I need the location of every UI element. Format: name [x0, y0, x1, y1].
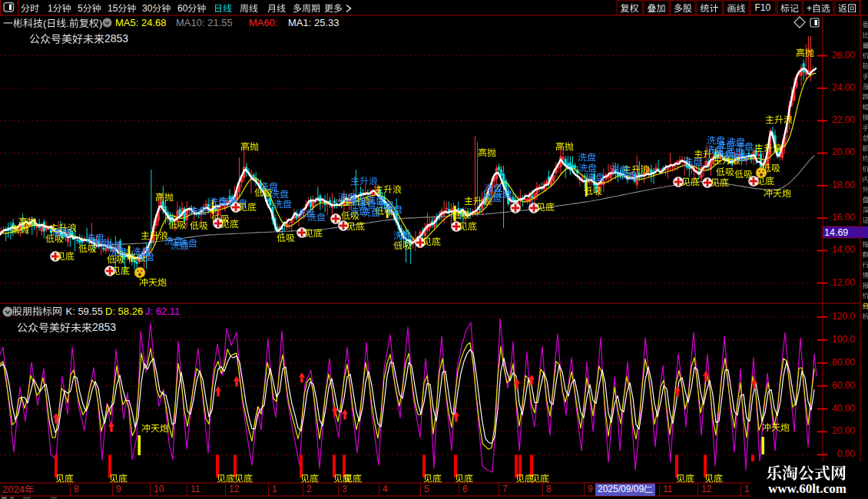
svg-text:11: 11: [190, 484, 200, 494]
svg-text:80.00: 80.00: [832, 357, 855, 368]
svg-text:2: 2: [306, 484, 312, 494]
svg-text:2853: 2853: [92, 321, 116, 333]
svg-text:F10: F10: [755, 2, 771, 13]
svg-text:2025/09/09/: 2025/09/09/: [598, 484, 647, 494]
svg-text:6: 6: [462, 484, 468, 494]
svg-text:+: +: [807, 3, 812, 14]
svg-text:15: 15: [108, 3, 118, 14]
svg-text:120.0: 120.0: [832, 311, 855, 322]
svg-text:20.00: 20.00: [832, 425, 855, 436]
svg-text:): ): [99, 18, 102, 29]
svg-text:7: 7: [502, 484, 508, 494]
svg-text:MA60:: MA60:: [249, 17, 278, 28]
svg-text:J: 62.11: J: 62.11: [145, 306, 180, 317]
svg-text:1: 1: [48, 3, 53, 14]
svg-text:1: 1: [744, 484, 750, 494]
svg-text:11: 11: [663, 484, 673, 494]
svg-text:5: 5: [78, 3, 83, 14]
svg-text:10: 10: [154, 484, 164, 494]
svg-text:(: (: [43, 18, 47, 29]
svg-text:12.00: 12.00: [832, 277, 855, 288]
svg-text:8: 8: [74, 484, 79, 494]
svg-text:MA5: 24.68: MA5: 24.68: [115, 17, 167, 28]
svg-text:9: 9: [116, 484, 121, 494]
svg-text:22.00: 22.00: [832, 114, 855, 125]
svg-text:14.00: 14.00: [832, 244, 855, 255]
svg-text:2853: 2853: [104, 32, 128, 45]
svg-text:4: 4: [383, 484, 388, 494]
svg-text:0.00: 0.00: [837, 448, 856, 459]
svg-text:14.69: 14.69: [824, 227, 848, 238]
svg-text:100.0: 100.0: [832, 334, 855, 345]
svg-text:60: 60: [177, 3, 188, 14]
svg-text:26.00: 26.00: [832, 50, 855, 61]
svg-text:.: .: [66, 18, 69, 29]
svg-text:MA10: 21.55: MA10: 21.55: [176, 17, 233, 28]
svg-text:60.00: 60.00: [832, 380, 855, 391]
svg-text:8: 8: [546, 484, 552, 494]
svg-text:2024: 2024: [2, 484, 25, 495]
svg-text:20.00: 20.00: [832, 147, 855, 157]
svg-text:www.60lt.com: www.60lt.com: [768, 481, 846, 496]
svg-text:24.00: 24.00: [832, 82, 855, 93]
svg-text:30: 30: [142, 3, 153, 14]
svg-text:9: 9: [588, 484, 593, 494]
svg-text:12: 12: [701, 484, 712, 494]
svg-text:12: 12: [229, 484, 240, 494]
svg-text:18.00: 18.00: [832, 180, 855, 190]
svg-text:40.00: 40.00: [832, 403, 855, 414]
svg-text:K: 59.55: K: 59.55: [66, 306, 103, 317]
svg-text:MA1: 25.33: MA1: 25.33: [288, 17, 340, 28]
svg-text:16.00: 16.00: [832, 212, 855, 223]
svg-text:5: 5: [424, 484, 429, 494]
svg-text:1: 1: [272, 484, 277, 494]
svg-text:3: 3: [342, 484, 347, 494]
svg-text:D: 58.26: D: 58.26: [105, 306, 143, 317]
